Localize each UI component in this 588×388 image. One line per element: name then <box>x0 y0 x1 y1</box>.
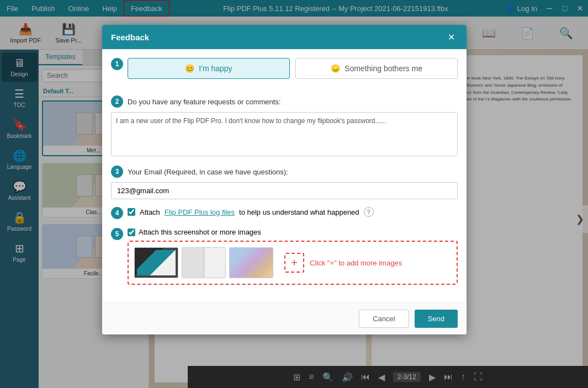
attach-screenshot-checkbox[interactable] <box>128 228 135 236</box>
bothers-label: Something bothers me <box>345 64 422 73</box>
add-image-button[interactable]: + <box>284 253 304 273</box>
feedback-textarea[interactable]: I am a new user of the Flip PDF Pro. I d… <box>111 112 458 156</box>
step3-label: 3 Your Email (Required, in case we have … <box>111 166 458 178</box>
step4-badge: 4 <box>111 207 123 219</box>
screenshot-thumb-3[interactable] <box>229 247 273 278</box>
step1-badge: 1 <box>111 58 123 70</box>
step5-badge: 5 <box>111 228 123 240</box>
bothers-tab[interactable]: 😞 Something bothers me <box>295 58 458 79</box>
plus-icon: + <box>291 257 298 269</box>
cancel-button[interactable]: Cancel <box>359 310 409 328</box>
attach-log-row: Attach Flip PDF Plus log files to help u… <box>128 207 374 217</box>
screenshot-checkbox-row: Attach this screenshot or more images <box>128 228 458 236</box>
screenshot-section-wrapper: Attach this screenshot or more images <box>128 228 458 294</box>
step2-badge: 2 <box>111 95 123 108</box>
send-button[interactable]: Send <box>415 310 458 328</box>
step2-text: Do you have any feature requests or comm… <box>128 98 280 106</box>
dialog-body: 1 😊 I'm happy 😞 Something bothers me 2 D… <box>102 49 467 302</box>
screenshot-section: + Click "+" to add more images <box>128 241 458 285</box>
add-image-hint: Click "+" to add more images <box>310 259 402 267</box>
screenshot-label: Attach this screenshot or more images <box>139 228 261 236</box>
cancel-label: Cancel <box>373 315 395 323</box>
step3-badge: 3 <box>111 166 123 178</box>
dialog-close-button[interactable]: ✕ <box>444 30 458 44</box>
bothers-icon: 😞 <box>331 64 340 73</box>
feedback-dialog: Feedback ✕ 1 😊 I'm happy 😞 Something bot… <box>102 25 467 334</box>
screenshot-thumb-1[interactable] <box>134 247 178 278</box>
step3-text: Your Email (Required, in case we have qu… <box>128 168 288 176</box>
feedback-tabs: 😊 I'm happy 😞 Something bothers me <box>128 58 458 79</box>
dialog-header: Feedback ✕ <box>102 25 467 49</box>
log-files-link-text: Flip PDF Plus log files <box>165 208 235 216</box>
screenshot-thumbs <box>134 247 273 278</box>
help-icon[interactable]: ? <box>364 207 374 217</box>
happy-tab[interactable]: 😊 I'm happy <box>128 58 290 79</box>
close-icon: ✕ <box>448 32 455 42</box>
dialog-title: Feedback <box>111 33 149 42</box>
step2-label: 2 Do you have any feature requests or co… <box>111 95 458 108</box>
screenshot-thumb-2[interactable] <box>182 247 226 278</box>
attach-label: Attach <box>140 208 160 216</box>
happy-icon: 😊 <box>185 64 194 73</box>
send-label: Send <box>428 315 444 323</box>
email-input[interactable] <box>111 182 458 199</box>
attach-log-checkbox[interactable] <box>128 208 135 216</box>
log-files-link[interactable]: Flip PDF Plus log files <box>165 208 235 216</box>
dialog-footer: Cancel Send <box>102 302 467 334</box>
attach-after-text: to help us understand what happened <box>239 208 359 216</box>
happy-label: I'm happy <box>199 64 232 73</box>
